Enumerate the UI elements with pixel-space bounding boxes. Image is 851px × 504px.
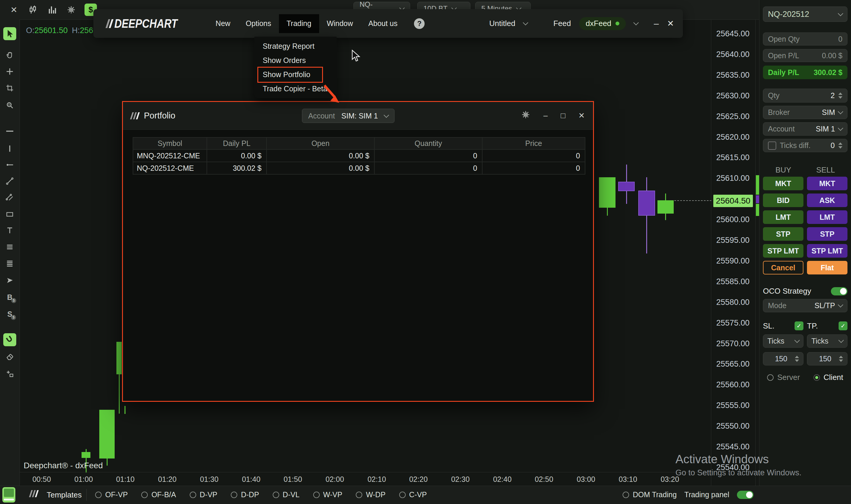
buy-stp-button[interactable]: STP [763,227,803,241]
close-button[interactable]: ✕ [667,19,674,29]
symbol-select[interactable]: NQ-202512 [763,6,848,22]
layout-name[interactable]: Untitled [489,19,515,28]
radio-icon[interactable] [190,491,196,498]
stepper-icon[interactable] [839,356,843,362]
menu-item-trade-copier-beta[interactable]: Trade Copier - Beta [254,82,337,96]
radio-icon[interactable] [273,491,279,498]
flat-button[interactable]: Flat [807,261,848,274]
template-option-w-vp[interactable]: W-VP [313,490,342,499]
sl-checkbox[interactable]: ✓ [795,321,803,330]
minimize-button[interactable]: – [543,111,547,120]
menu-item-trading[interactable]: Trading [279,14,319,33]
tool-crop[interactable] [3,82,16,94]
radio-icon[interactable] [141,491,148,498]
qty-stepper[interactable]: Qty 2 [763,89,848,103]
tool-hand[interactable] [3,49,16,62]
menu-item-window[interactable]: Window [319,14,361,33]
mode-select[interactable]: Mode SL/TP [763,299,848,312]
tool-channel[interactable] [3,191,16,204]
help-icon[interactable]: ? [414,18,424,29]
server-radio[interactable] [767,374,774,381]
template-option-w-dp[interactable]: W-DP [356,490,385,499]
template-option-of-b-a[interactable]: OF-B/A [141,490,176,499]
tool-volume-profile[interactable] [3,257,16,270]
candlestick-icon[interactable] [26,3,39,16]
radio-icon[interactable] [313,491,320,498]
template-option-d-vl[interactable]: D-VL [273,490,300,499]
tp-value-stepper[interactable]: 150 [807,352,848,365]
template-option-of-vp[interactable]: OF-VP [95,490,128,499]
buy-mkt-button[interactable]: MKT [763,177,803,190]
buy-stp-lmt-button[interactable]: STP LMT [763,244,803,258]
tool-add-shape[interactable] [3,367,16,380]
menu-item-show-portfolio[interactable]: Show Portfolio [254,67,337,82]
sell-lmt-button[interactable]: LMT [807,210,848,224]
sell-stp-lmt-button[interactable]: STP LMT [807,244,848,258]
dom-trading-option[interactable]: DOM Trading [622,490,677,499]
trading-panel-toggle[interactable] [737,491,754,499]
sl-value-stepper[interactable]: 150 [763,352,803,365]
tool-trend-line[interactable] [3,175,16,187]
feed-status-pill[interactable]: dxFeed [579,17,626,30]
tool-rectangle[interactable] [3,208,16,221]
template-option-d-dp[interactable]: D-DP [231,490,259,499]
minimize-button[interactable]: – [654,19,659,29]
sl-unit-select[interactable]: Ticks [763,335,803,348]
broker-select[interactable]: Broker SIM [763,106,848,119]
tool-magnet[interactable] [3,333,16,346]
menu-item-strategy-report[interactable]: Strategy Report [254,39,337,53]
chevron-down-icon[interactable] [523,20,528,25]
client-radio[interactable] [813,374,820,381]
menu-item-options[interactable]: Options [238,14,279,33]
column-header-symbol[interactable]: Symbol [133,137,207,149]
close-button[interactable]: ✕ [578,111,585,120]
tool-vertical-line[interactable] [3,142,16,155]
column-header-daily-pl[interactable]: Daily PL [207,137,267,149]
portfolio-titlebar[interactable]: Portfolio Account SIM: SIM 1 – □ ✕ [123,102,593,130]
tp-unit-select[interactable]: Ticks [807,335,848,348]
tool-horizontal-line[interactable] [3,125,16,138]
column-header-price[interactable]: Price [482,137,585,149]
menu-item-show-orders[interactable]: Show Orders [254,53,337,67]
tool-flag[interactable] [3,274,16,287]
tp-checkbox[interactable]: ✓ [838,321,848,330]
sell-stp-button[interactable]: STP [807,227,848,241]
chevron-down-icon[interactable] [633,20,638,25]
sell-ask-button[interactable]: ASK [807,194,848,207]
close-icon[interactable]: ✕ [8,3,20,16]
dom-panel-icon[interactable] [2,487,15,503]
tool-eraser[interactable] [3,350,16,363]
gear-icon[interactable] [521,110,530,122]
dom-trading-radio[interactable] [622,491,629,498]
tool-zoom[interactable] [3,99,16,112]
stepper-icon[interactable] [795,356,799,362]
account-select[interactable]: Account SIM 1 [763,122,848,136]
tool-sell-marker[interactable]: S$ [3,308,16,321]
template-option-c-vp[interactable]: C-VP [399,490,427,499]
tool-pointer[interactable] [3,27,16,40]
buy-lmt-button[interactable]: LMT [763,210,803,224]
menu-item-new[interactable]: New [208,14,238,33]
radio-icon[interactable] [231,491,237,498]
tool-horizontal-ray[interactable] [3,158,16,172]
radio-icon[interactable] [399,491,406,498]
column-header-open[interactable]: Open [267,137,374,149]
tool-buy-marker[interactable]: B$ [3,291,16,304]
tool-fib-levels[interactable] [3,240,16,253]
tool-text[interactable] [3,224,16,237]
bar-chart-icon[interactable] [46,3,58,16]
oco-strategy-toggle[interactable] [831,287,848,295]
table-row[interactable]: NQ-202512-CME300.02 $0.00 $00 [133,162,585,174]
tool-crosshair[interactable] [3,65,16,78]
templates-label[interactable]: Templates [47,490,82,500]
buy-bid-button[interactable]: BID [763,194,803,207]
time-axis[interactable]: 00:5001:0001:1001:2001:3001:4001:5002:00… [19,472,711,486]
sell-mkt-button[interactable]: MKT [807,177,848,190]
table-row[interactable]: MNQ-202512-CME0.00 $0.00 $00 [133,149,585,162]
stepper-icon[interactable] [838,92,843,99]
radio-icon[interactable] [356,491,362,498]
cancel-button[interactable]: Cancel [763,261,803,274]
portfolio-account-select[interactable]: Account SIM: SIM 1 [302,109,395,123]
radio-icon[interactable] [95,491,102,498]
ticks-diff-checkbox[interactable] [768,142,776,150]
